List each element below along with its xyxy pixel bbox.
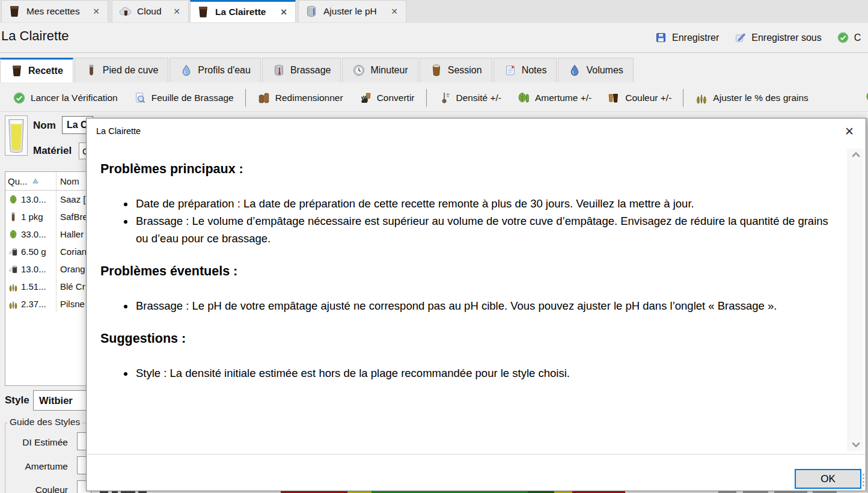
nom-label: Nom [33, 120, 56, 132]
resize-grip[interactable] [861, 474, 865, 489]
tab-label: Notes [522, 65, 547, 76]
list-item: Style : La densité initiale estimée est … [135, 364, 838, 382]
ingredients-table-header[interactable]: Qu... Nom [5, 172, 91, 191]
window-tab-strip: Mes recettes ✕ Cloud ✕ La Clairette ✕ Aj… [0, 0, 868, 23]
toolbar-label: Ajuster le % des grains [713, 93, 808, 103]
window-tab-la-clairette[interactable]: La Clairette ✕ [190, 0, 296, 22]
dialog-content: Problèmes principaux : Date de préparati… [87, 144, 846, 453]
close-icon[interactable]: ✕ [389, 6, 400, 17]
spice-icon [8, 246, 19, 257]
cloud-icon [118, 5, 132, 18]
dialog-title: La Clairette [96, 126, 141, 136]
run-verification-button[interactable]: Lancer la Vérification [5, 86, 126, 110]
toolbar-separator [245, 89, 246, 107]
dialog-titlebar[interactable]: La Clairette [87, 118, 866, 144]
close-icon[interactable]: ✕ [278, 7, 289, 17]
scroll-down-button[interactable] [848, 438, 863, 451]
water-drop-dark-icon [568, 64, 581, 77]
page-title: La Clairette [1, 28, 69, 44]
toolbar-separator [683, 89, 683, 107]
table-row[interactable]: 13.0... Saaz [ [5, 191, 91, 208]
table-row[interactable]: 2.37... Pilsne [5, 295, 91, 313]
convert-hand-icon [359, 91, 372, 105]
note-icon [504, 64, 517, 77]
table-row[interactable]: 1.51... Blé Cr [5, 278, 91, 295]
check-circle-icon [837, 31, 849, 44]
section-heading-suggestions: Suggestions : [100, 331, 838, 346]
bitterness-adjust-button[interactable]: Amertume +/- [509, 86, 599, 110]
table-row[interactable]: 6.50 g Corian [5, 243, 91, 260]
tab-notes[interactable]: Notes [494, 58, 557, 82]
recipe-image-button[interactable] [5, 115, 28, 156]
style-select[interactable]: Witbier [33, 390, 93, 411]
save-button[interactable]: Enregistrer [655, 31, 719, 44]
clipped-toolbar-icon [864, 90, 868, 106]
kettle-icon [305, 5, 318, 18]
table-row[interactable]: 1 pkg SafBre [5, 208, 91, 225]
brewsheet-icon [133, 91, 147, 105]
col-name-header[interactable]: Nom [60, 176, 79, 186]
test-tube-icon [85, 64, 98, 77]
tab-profils-eau[interactable]: Profils d'eau [170, 58, 261, 82]
hops-icon [8, 229, 19, 240]
section-heading-problemes-principaux: Problèmes principaux : [100, 162, 838, 177]
resize-button[interactable]: Redimensionner [249, 86, 351, 110]
dialog-scrollbar[interactable] [848, 149, 863, 451]
color-adjust-button[interactable]: Couleur +/- [599, 86, 679, 110]
section-heading-problemes-eventuels: Problèmes éventuels : [100, 264, 838, 279]
window-tab-label: Ajuster le pH [323, 6, 377, 17]
beer-glass-icon [10, 64, 23, 78]
recipe-toolbar: Lancer la Vérification Feuille de Brassa… [0, 84, 868, 112]
scroll-up-button[interactable] [848, 149, 863, 162]
field-label-couleur: Couleur [20, 485, 68, 493]
problem-list: Date de préparation : La date de prépara… [100, 195, 838, 247]
tab-pied-de-cuve[interactable]: Pied de cuve [75, 58, 169, 82]
tab-label: Recette [28, 66, 63, 76]
wheat-icon [8, 281, 19, 292]
list-item: Brassage : Le volume d’empâtage nécessai… [135, 212, 838, 247]
tab-label: Minuteur [370, 65, 408, 76]
density-adjust-button[interactable]: Densité +/- [430, 86, 509, 110]
adjust-grain-percent-button[interactable]: Ajuster le % des grains [687, 86, 816, 110]
header-actions: Enregistrer Enregistrer sous C [655, 23, 861, 52]
table-row[interactable]: 33.0... Haller [5, 225, 91, 243]
check-label-clipped: C [854, 32, 861, 43]
beer-color-icon [607, 91, 620, 105]
window-tab-cloud[interactable]: Cloud ✕ [112, 0, 189, 22]
tab-recette[interactable]: Recette [0, 58, 73, 82]
list-item: Brassage : Le pH de votre empâtage ajust… [135, 297, 838, 314]
header-bar: La Clairette Enregistrer Enregistrer sou… [0, 23, 868, 53]
close-icon[interactable]: ✕ [840, 123, 858, 139]
close-icon[interactable]: ✕ [91, 6, 102, 17]
beer-glass-image [7, 118, 26, 154]
window-tab-mes-recettes[interactable]: Mes recettes ✕ [1, 0, 108, 22]
close-icon[interactable]: ✕ [171, 6, 182, 17]
col-qty-header[interactable]: Qu... [8, 176, 28, 186]
dialog-footer: OK [87, 454, 866, 491]
tab-brassage[interactable]: Brassage [262, 58, 341, 82]
style-guide-groupbox [5, 423, 88, 493]
toolbar-separator [426, 89, 427, 107]
tab-label: Profils d'eau [198, 65, 251, 76]
pencil-icon [734, 31, 747, 44]
style-guide-legend: Guide des Styles [7, 417, 82, 427]
tab-minuteur[interactable]: Minuteur [342, 58, 418, 82]
tab-session[interactable]: Session [420, 58, 492, 82]
toolbar-label: Densité +/- [456, 93, 501, 103]
wheat-icon [695, 91, 708, 105]
toolbar-label: Convertir [377, 93, 415, 103]
ok-button[interactable]: OK [795, 469, 861, 489]
tab-label: Pied de cuve [103, 65, 159, 76]
sort-asc-icon [31, 177, 40, 185]
save-as-button[interactable]: Enregistrer sous [734, 31, 822, 44]
table-row[interactable]: 13.0... Orang [5, 260, 91, 278]
hops-icon [864, 90, 868, 103]
convert-button[interactable]: Convertir [351, 86, 423, 110]
check-button-clipped[interactable]: C [837, 31, 861, 44]
tab-volumes[interactable]: Volumes [558, 58, 633, 82]
window-tab-label: La Clairette [215, 7, 266, 17]
toolbar-label: Lancer la Vérification [31, 93, 118, 103]
brew-sheet-button[interactable]: Feuille de Brassage [126, 86, 242, 110]
window-tab-ajuster-ph[interactable]: Ajuster le pH ✕ [298, 0, 406, 22]
toolbar-label: Redimensionner [275, 93, 343, 103]
